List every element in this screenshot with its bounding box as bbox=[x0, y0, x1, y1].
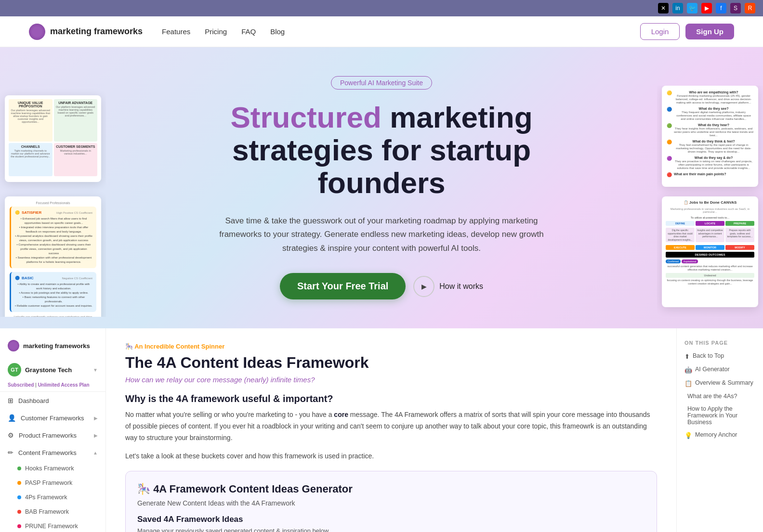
logo-icon bbox=[29, 24, 45, 40]
saved-title: Saved 4A Framework Ideas bbox=[137, 515, 645, 524]
navbar: marketing frameworks Features Pricing FA… bbox=[0, 16, 763, 47]
sidebar: marketing frameworks GT Graystone Tech ▼… bbox=[0, 328, 106, 532]
toc-ai-generator[interactable]: 🤖 AI Generator bbox=[684, 366, 755, 374]
product-icon: ⚙ bbox=[8, 431, 14, 439]
how-it-works-button[interactable]: ▶ How it works bbox=[413, 276, 483, 297]
hooks-dot bbox=[17, 467, 21, 470]
sidebar-item-content[interactable]: ✏ Content Frameworks ▲ bbox=[0, 444, 105, 461]
hero-actions: Start Your Free Trial ▶ How it works bbox=[218, 273, 545, 299]
bab-label: BAB Framework bbox=[25, 508, 69, 515]
user-name: Graystone Tech bbox=[25, 366, 72, 374]
badge-subscribed: Subscribed bbox=[8, 382, 34, 388]
toc-what-4as-label: What are the 4As? bbox=[687, 393, 737, 400]
gen-title: 🎠 4A Framework Content Ideas Generator bbox=[137, 483, 645, 495]
sidebar-sub-4ps[interactable]: 4Ps Framework bbox=[17, 490, 105, 505]
sidebar-content-label: Content Frameworks bbox=[18, 449, 77, 456]
hero-right-cards: 🟡 Who are we empathizing with? Forward-t… bbox=[657, 86, 763, 317]
sidebar-sub-bab[interactable]: BAB Framework bbox=[17, 505, 105, 519]
sidebar-item-product[interactable]: ⚙ Product Frameworks ▶ bbox=[0, 427, 105, 444]
hero-subtitle: Save time & take the guesswork out of yo… bbox=[218, 214, 545, 256]
hero-left-cards: UNIQUE VALUE PROPOSITION Our platform le… bbox=[0, 86, 106, 317]
toc-ai-label: AI Generator bbox=[695, 366, 730, 373]
x-icon[interactable]: ✕ bbox=[658, 3, 669, 13]
toc-how-apply[interactable]: How to Apply the Framework in Your Busin… bbox=[684, 405, 755, 426]
content-label: 🎠 An Incredible Content Spinner bbox=[125, 343, 657, 350]
sidebar-logo-icon bbox=[8, 340, 19, 351]
hero-card-left-1: UNIQUE VALUE PROPOSITION Our platform le… bbox=[5, 95, 101, 182]
sidebar-user[interactable]: GT Graystone Tech ▼ bbox=[0, 359, 105, 380]
toc-sidebar: ON THIS PAGE ⬆ Back to Top 🤖 AI Generato… bbox=[676, 328, 763, 532]
gen-emoji: 🎠 bbox=[137, 483, 153, 495]
sidebar-logo: marketing frameworks bbox=[0, 336, 105, 359]
hero-title-highlight: Structured bbox=[230, 101, 381, 134]
bottom-section: marketing frameworks GT Graystone Tech ▼… bbox=[0, 328, 763, 532]
user-initials: GT bbox=[11, 367, 18, 373]
hooks-label: Hooks Framework bbox=[25, 465, 74, 472]
signup-button[interactable]: Sign Up bbox=[685, 24, 734, 39]
content-icon: ✏ bbox=[8, 449, 13, 456]
sidebar-sub-hooks[interactable]: Hooks Framework bbox=[17, 461, 105, 476]
customer-arrow-icon: ▶ bbox=[94, 415, 98, 421]
hero-badge: Powerful AI Marketing Suite bbox=[331, 76, 432, 90]
toc-back-top[interactable]: ⬆ Back to Top bbox=[684, 352, 755, 360]
toc-memory-label: Memory Anchor bbox=[695, 431, 737, 438]
nav-faq[interactable]: FAQ bbox=[241, 27, 256, 36]
badge-plan: Unlimited Access Plan bbox=[38, 382, 90, 388]
sidebar-logo-text: marketing frameworks bbox=[23, 342, 90, 350]
sidebar-item-customer[interactable]: 👤 Customer Frameworks ▶ bbox=[0, 409, 105, 427]
nav-features[interactable]: Features bbox=[162, 27, 190, 36]
nav-pricing[interactable]: Pricing bbox=[205, 27, 227, 36]
toc-overview-label: Overview & Summary bbox=[695, 379, 753, 386]
prune-label: PRUNE Framework bbox=[25, 523, 78, 530]
pasp-label: PASP Framework bbox=[25, 480, 72, 486]
ai-generator-icon: 🤖 bbox=[684, 366, 692, 374]
trial-button[interactable]: Start Your Free Trial bbox=[280, 273, 406, 299]
toc-how-apply-label: How to Apply the Framework in Your Busin… bbox=[687, 405, 755, 426]
linkedin-icon[interactable]: in bbox=[672, 3, 683, 13]
toc-memory-anchor[interactable]: 💡 Memory Anchor bbox=[684, 431, 755, 439]
sidebar-customer-label: Customer Frameworks bbox=[21, 415, 84, 422]
hero-card-left-2: Focused Professionals 🟡 SATISFIER High P… bbox=[5, 196, 101, 317]
sidebar-item-dashboard[interactable]: ⊞ Dashboard bbox=[0, 392, 105, 409]
sidebar-sub-prune[interactable]: PRUNE Framework bbox=[17, 519, 105, 532]
user-chevron-icon: ▼ bbox=[93, 367, 98, 373]
content-question: How can we relay our core message (nearl… bbox=[125, 376, 657, 384]
saved-desc: Manage your previously saved generated c… bbox=[137, 527, 645, 532]
toc-header: ON THIS PAGE bbox=[684, 340, 755, 346]
gen-desc: Generate New Content Ideas with the 4A F… bbox=[137, 499, 645, 507]
bab-dot bbox=[17, 510, 21, 514]
main-content: 🎠 An Incredible Content Spinner The 4A C… bbox=[106, 328, 676, 532]
login-button[interactable]: Login bbox=[640, 23, 680, 40]
back-top-icon: ⬆ bbox=[684, 353, 690, 360]
4ps-dot bbox=[17, 495, 21, 499]
gen-title-text: 4A Framework Content Ideas Generator bbox=[153, 483, 353, 495]
youtube-icon[interactable]: ▶ bbox=[701, 3, 712, 13]
nav-actions: Login Sign Up bbox=[640, 23, 734, 40]
twitter-icon[interactable]: 🐦 bbox=[687, 3, 697, 13]
hero-card-right-1: 🟡 Who are we empathizing with? Forward-t… bbox=[662, 86, 758, 187]
content-note: Let's take a look at these buckets cover… bbox=[125, 451, 657, 461]
logo[interactable]: marketing frameworks bbox=[29, 24, 143, 40]
reddit-icon[interactable]: R bbox=[745, 3, 755, 13]
product-arrow-icon: ▶ bbox=[94, 433, 98, 438]
sidebar-dashboard-label: Dashboard bbox=[18, 397, 49, 404]
section1-title: Why is the 4A framework useful & importa… bbox=[125, 393, 657, 404]
customer-icon: 👤 bbox=[8, 414, 16, 422]
pasp-dot bbox=[17, 481, 21, 485]
content-title: The 4A Content Ideas Framework bbox=[125, 354, 657, 372]
4ps-label: 4Ps Framework bbox=[25, 494, 67, 501]
hero-card-right-2: 📋 Jobs to Be Done CANVAS Marketing profe… bbox=[662, 196, 758, 307]
play-icon: ▶ bbox=[413, 276, 434, 297]
toc-overview[interactable]: 📋 Overview & Summary bbox=[684, 379, 755, 387]
slack-icon[interactable]: S bbox=[730, 3, 741, 13]
prune-dot bbox=[17, 524, 21, 528]
facebook-icon[interactable]: f bbox=[716, 3, 726, 13]
hero-content: Powerful AI Marketing Suite Structured m… bbox=[218, 76, 545, 299]
sidebar-sub-pasp[interactable]: PASP Framework bbox=[17, 476, 105, 490]
toc-what-4as[interactable]: What are the 4As? bbox=[684, 393, 755, 400]
how-label: How it works bbox=[439, 282, 483, 291]
overview-icon: 📋 bbox=[684, 380, 692, 387]
nav-blog[interactable]: Blog bbox=[270, 27, 285, 36]
dashboard-icon: ⊞ bbox=[8, 397, 13, 404]
hero-title: Structured marketingstrategies for start… bbox=[218, 101, 545, 200]
